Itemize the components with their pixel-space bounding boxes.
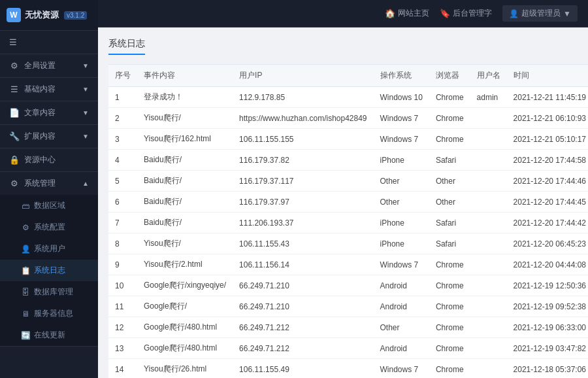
cell-browser: Chrome bbox=[429, 254, 470, 275]
cell-id: 11 bbox=[108, 296, 137, 317]
doc-icon: 📄 bbox=[9, 108, 20, 118]
cell-ip: 66.249.71.210 bbox=[233, 275, 373, 296]
cell-browser: Chrome bbox=[429, 338, 470, 359]
cell-username bbox=[470, 317, 507, 338]
col-os: 操作系统 bbox=[374, 65, 429, 87]
sidebar-logo: W 无忧资源 v3.1.2 bbox=[0, 0, 98, 31]
logs-icon: 📋 bbox=[21, 266, 30, 275]
sidebar-item-extended-content[interactable]: 🔧 扩展内容 ▼ bbox=[0, 125, 98, 148]
main-area: 🏠 网站主页 🔖 后台管理字 👤 超级管理员 ▼ 系统日志 序号 事件内容 用户… bbox=[98, 0, 588, 378]
user-icon: 👤 bbox=[509, 9, 519, 18]
cell-os: Android bbox=[374, 296, 429, 317]
system-submenu: 🗃 数据区域 ⚙ 系统配置 👤 系统用户 📋 系统日志 🗄 数据库管 bbox=[0, 195, 98, 346]
cell-os: Windows 7 bbox=[374, 359, 429, 379]
cell-time: 2021-12-18 05:37:06 bbox=[507, 359, 588, 379]
sidebar-item-system-management[interactable]: ⚙ 系统管理 ▲ bbox=[0, 172, 98, 195]
cell-browser: Other bbox=[429, 171, 470, 192]
sidebar-item-label: 全局设置 bbox=[24, 60, 82, 71]
cell-id: 2 bbox=[108, 108, 137, 129]
manage-link-label: 后台管理字 bbox=[453, 8, 492, 19]
cell-os: iPhone bbox=[374, 150, 429, 171]
settings-icon: ⚙ bbox=[9, 61, 20, 71]
sidebar-item-system-users[interactable]: 👤 系统用户 bbox=[0, 238, 98, 260]
cell-os: Android bbox=[374, 338, 429, 359]
cell-time: 2021-12-20 17:44:46 bbox=[507, 171, 588, 192]
cell-event: Baidu爬行/ bbox=[137, 171, 233, 192]
cell-event: Baidu爬行/ bbox=[137, 192, 233, 213]
cell-username bbox=[470, 275, 507, 296]
cell-ip: 116.179.37.97 bbox=[233, 192, 373, 213]
cell-os: iPhone bbox=[374, 213, 429, 233]
cell-id: 9 bbox=[108, 254, 137, 275]
sidebar-item-label: 资源中心 bbox=[24, 154, 89, 165]
cell-username bbox=[470, 171, 507, 192]
cell-ip: 111.206.193.37 bbox=[233, 213, 373, 233]
admin-user-menu[interactable]: 👤 超级管理员 ▼ bbox=[502, 5, 578, 22]
cell-ip: 112.9.178.85 bbox=[233, 87, 373, 108]
cell-id: 1 bbox=[108, 87, 137, 108]
cell-id: 6 bbox=[108, 192, 137, 213]
cell-username bbox=[470, 192, 507, 213]
list-icon: ☰ bbox=[9, 84, 20, 95]
cell-time: 2021-12-20 17:44:58 bbox=[507, 150, 588, 171]
cell-username bbox=[470, 359, 507, 379]
sidebar-item-basic-content[interactable]: ☰ 基础内容 ▼ bbox=[0, 78, 98, 101]
table-row: 4Baidu爬行/116.179.37.82iPhoneSafari2021-1… bbox=[108, 150, 588, 171]
sidebar-item-resource-center[interactable]: 🔒 资源中心 bbox=[0, 148, 98, 171]
cell-id: 7 bbox=[108, 213, 137, 233]
sidebar-menu: ⚙ 全局设置 ▼ ☰ 基础内容 ▼ 📄 文章内容 ▼ 🔧 扩展 bbox=[0, 54, 98, 378]
cell-browser: Chrome bbox=[429, 359, 470, 379]
col-event: 事件内容 bbox=[137, 65, 233, 87]
cell-ip: 116.179.37.82 bbox=[233, 150, 373, 171]
table-row: 10Google爬行/xingyeqiye/66.249.71.210Andro… bbox=[108, 275, 588, 296]
admin-label: 超级管理员 bbox=[521, 8, 561, 19]
sidebar-item-text-content[interactable]: 📄 文章内容 ▼ bbox=[0, 101, 98, 124]
cell-id: 5 bbox=[108, 171, 137, 192]
cell-browser: Chrome bbox=[429, 129, 470, 150]
cell-browser: Chrome bbox=[429, 275, 470, 296]
sidebar-item-system-config[interactable]: ⚙ 系统配置 bbox=[0, 216, 98, 238]
cell-time: 2021-12-21 11:45:19 bbox=[507, 87, 588, 108]
cell-os: iPhone bbox=[374, 233, 429, 254]
col-ip: 用户IP bbox=[233, 65, 373, 87]
system-icon: ⚙ bbox=[9, 179, 20, 189]
home-link[interactable]: 🏠 网站主页 bbox=[385, 8, 429, 19]
cell-username bbox=[470, 213, 507, 233]
cell-time: 2021-12-19 09:52:38 bbox=[507, 296, 588, 317]
cell-os: Android bbox=[374, 275, 429, 296]
cell-event: Yisou爬行/2.html bbox=[137, 254, 233, 275]
cell-ip: 116.179.37.117 bbox=[233, 171, 373, 192]
table-body: 1登录成功！112.9.178.85Windows 10Chromeadmin2… bbox=[108, 87, 588, 379]
col-id: 序号 bbox=[108, 65, 137, 87]
cell-ip: 66.249.71.212 bbox=[233, 317, 373, 338]
sidebar-item-label: 在线更新 bbox=[34, 330, 65, 341]
cell-os: Other bbox=[374, 317, 429, 338]
server-icon: 🖥 bbox=[21, 309, 30, 318]
cell-time: 2021-12-21 06:10:93 bbox=[507, 108, 588, 129]
sidebar-item-data-management[interactable]: 🗄 数据库管理 bbox=[0, 281, 98, 303]
cell-username bbox=[470, 129, 507, 150]
cell-os: Windows 7 bbox=[374, 129, 429, 150]
logo-name: 无忧资源 bbox=[25, 9, 59, 21]
cell-id: 3 bbox=[108, 129, 137, 150]
cell-os: Other bbox=[374, 171, 429, 192]
sidebar-item-label: 系统配置 bbox=[34, 222, 65, 233]
sidebar-item-system-logs[interactable]: 📋 系统日志 bbox=[0, 260, 98, 281]
sidebar-item-online-update[interactable]: 🔄 在线更新 bbox=[0, 324, 98, 346]
table-row: 8Yisou爬行/106.11.155.43iPhoneSafari2021-1… bbox=[108, 233, 588, 254]
sidebar-item-server-info[interactable]: 🖥 服务器信息 bbox=[0, 303, 98, 324]
sidebar-item-data-area[interactable]: 🗃 数据区域 bbox=[0, 195, 98, 216]
logo-icon: W bbox=[7, 8, 21, 22]
cell-time: 2021-12-20 17:44:45 bbox=[507, 192, 588, 213]
sidebar-item-label: 数据区域 bbox=[34, 200, 65, 211]
sidebar-item-label: 服务器信息 bbox=[34, 308, 73, 319]
sidebar-item-global-settings[interactable]: ⚙ 全局设置 ▼ bbox=[0, 54, 98, 77]
cell-ip: 106.11.155.155 bbox=[233, 129, 373, 150]
cell-username bbox=[470, 338, 507, 359]
cell-username bbox=[470, 254, 507, 275]
cell-event: Yisou爬行/162.html bbox=[137, 129, 233, 150]
hamburger-button[interactable]: ☰ bbox=[0, 31, 98, 54]
cell-username bbox=[470, 296, 507, 317]
arrow-icon: ▲ bbox=[82, 180, 89, 187]
manage-link[interactable]: 🔖 后台管理字 bbox=[440, 8, 492, 19]
